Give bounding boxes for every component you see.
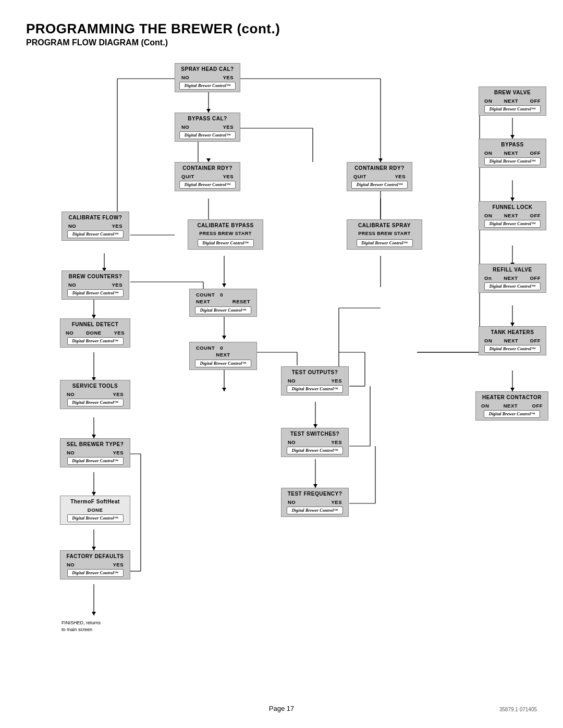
node-funnel-detect: FUNNEL DETECT NO DONE YES Digital Brewer… [60,318,130,348]
node-brew-valve: BREW VALVE ON NEXT OFF Digital Brewer Co… [479,87,546,116]
test-switches-label: TEST SWITCHES? [286,430,344,438]
node-factory-defaults: FACTORY DEFAULTS NO YES Digital Brewer C… [60,550,130,579]
node-heater-contactor: HEATER CONTACTOR ON NEXT OFF Digital Bre… [475,391,548,421]
node-container-rdy-left: CONTAINER RDY? QUIT YES Digital Brewer C… [175,162,240,191]
node-count-next-reset: COUNT 0 NEXT RESET Digital Brewer Contro… [189,289,257,317]
tank-heaters-off: OFF [530,337,541,344]
factory-defaults-display: Digital Brewer Control™ [67,569,124,577]
test-outputs-label: TEST OUTPUTS? [286,369,344,376]
bypass-next: NEXT [504,150,518,156]
test-switches-no: NO [288,439,296,446]
bypass-label: BYPASS [483,141,542,149]
svg-marker-57 [222,283,226,287]
doc-number: 35879.1 071405 [499,707,537,712]
node-refill-valve: REFILL VALVE On NEXT OFF Digital Brewer … [479,264,546,293]
test-switches-display: Digital Brewer Control™ [287,447,343,454]
bypass-on: ON [484,150,492,156]
brew-counters-display: Digital Brewer Control™ [67,289,124,297]
spray-head-cal-label: SPRAY HEAD CAL? [179,66,236,73]
svg-marker-59 [222,388,226,391]
node-funnel-lock: FUNNEL LOCK ON NEXT OFF Digital Brewer C… [479,201,546,230]
service-tools-display: Digital Brewer Control™ [67,399,124,406]
node-bypass-cal: BYPASS CAL? NO YES Digital Brewer Contro… [175,113,240,142]
svg-marker-70 [510,323,515,326]
bypass-cal-display: Digital Brewer Control™ [179,131,236,139]
count1-label: COUNT [196,291,215,298]
calibrate-bypass-display: Digital Brewer Control™ [198,239,254,247]
node-bypass: BYPASS ON NEXT OFF Digital Brewer Contro… [479,139,546,168]
funnel-detect-display: Digital Brewer Control™ [67,337,124,345]
node-tank-heaters: TANK HEATERS ON NEXT OFF Digital Brewer … [479,326,546,355]
refill-valve-on: On [484,275,492,281]
container-rdy-left-yes: YES [223,173,234,180]
svg-marker-61 [313,484,317,488]
bypass-off: OFF [530,150,541,156]
test-outputs-display: Digital Brewer Control™ [287,385,343,393]
svg-marker-67 [510,135,515,139]
node-calibrate-bypass: CALIBRATE BYPASS PRESS BREW START Digita… [188,219,263,250]
page-subtitle: PROGRAM FLOW DIAGRAM (Cont.) [26,38,537,47]
heater-contactor-display: Digital Brewer Control™ [484,410,540,418]
funnel-detect-no: NO [66,329,74,336]
svg-marker-65 [92,547,96,550]
heater-contactor-label: HEATER CONTACTOR [480,394,544,401]
bypass-cal-label: BYPASS CAL? [179,115,236,122]
count2-display: Digital Brewer Control™ [195,360,251,367]
container-rdy-right-display: Digital Brewer Control™ [351,181,408,189]
brew-valve-next: NEXT [504,97,518,104]
svg-marker-54 [378,158,383,162]
brew-counters-yes: YES [112,281,123,288]
count2-label: COUNT [196,344,215,351]
refill-valve-display: Digital Brewer Control™ [484,282,541,290]
sel-brewer-type-yes: YES [113,449,124,456]
service-tools-label: SERVICE TOOLS [65,382,126,390]
count1-val: 0 [220,291,223,298]
test-switches-yes: YES [331,439,342,446]
brew-counters-no: NO [68,281,76,288]
count2-next: NEXT [216,351,230,358]
refill-valve-off: OFF [530,275,541,281]
container-rdy-left-display: Digital Brewer Control™ [179,181,236,189]
heater-contactor-off: OFF [532,402,543,409]
tank-heaters-next: NEXT [504,337,518,344]
finished-label: FINISHED, returnsto main screen [62,620,101,633]
svg-marker-63 [92,435,96,438]
node-service-tools: SERVICE TOOLS NO YES Digital Brewer Cont… [60,380,130,409]
calibrate-spray-label: CALIBRATE SPRAY [351,222,418,229]
sel-brewer-type-display: Digital Brewer Control™ [67,457,124,465]
thermof-softheat-done: DONE [88,507,103,513]
count1-display: Digital Brewer Control™ [195,306,251,314]
brew-valve-display: Digital Brewer Control™ [484,105,541,113]
svg-marker-56 [92,315,96,318]
spray-head-cal-no: NO [181,74,189,81]
funnel-lock-off: OFF [530,212,541,219]
refill-valve-next: NEXT [504,275,518,281]
node-spray-head-cal: SPRAY HEAD CAL? NO YES Digital Brewer Co… [175,63,240,92]
calibrate-flow-display: Digital Brewer Control™ [67,230,124,238]
tank-heaters-label: TANK HEATERS [483,329,542,336]
spray-head-cal-yes: YES [223,74,234,81]
brew-counters-label: BREW COUNTERS? [66,273,125,280]
node-thermof-softheat: ThermoF SoftHeat DONE Digital Brewer Con… [60,496,130,525]
container-rdy-right-quit: QUIT [353,173,366,180]
service-tools-no: NO [67,391,75,398]
count1-reset: RESET [232,298,250,305]
svg-marker-58 [222,336,226,339]
node-test-outputs: TEST OUTPUTS? NO YES Digital Brewer Cont… [281,366,349,396]
factory-defaults-label: FACTORY DEFAULTS [65,553,126,560]
funnel-lock-next: NEXT [504,212,518,219]
svg-marker-60 [313,424,317,428]
container-rdy-right-label: CONTAINER RDY? [351,165,408,172]
node-calibrate-spray: CALIBRATE SPRAY PRESS BREW START Digital… [347,219,422,250]
calibrate-spray-sub: PRESS BREW START [351,230,418,237]
factory-defaults-no: NO [67,561,75,568]
svg-marker-66 [92,612,96,615]
brew-valve-off: OFF [530,97,541,104]
tank-heaters-on: ON [484,337,492,344]
test-outputs-no: NO [288,377,296,384]
heater-contactor-next: NEXT [504,402,518,409]
node-test-frequency: TEST FREQUENCY? NO YES Digital Brewer Co… [281,488,349,517]
spray-head-cal-display: Digital Brewer Control™ [179,82,236,90]
sel-brewer-type-no: NO [67,449,75,456]
count2-val: 0 [220,344,223,351]
